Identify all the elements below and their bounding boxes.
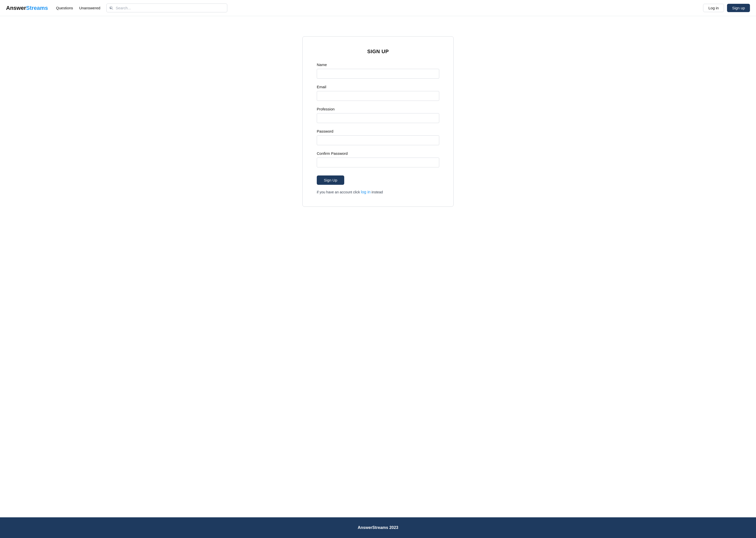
profession-label: Profession (317, 107, 439, 111)
email-label: Email (317, 85, 439, 89)
email-input[interactable] (317, 91, 439, 101)
footer-text: AnswerStreams 2023 (358, 525, 398, 530)
brand-answer: Answer (6, 5, 26, 11)
search-input[interactable] (106, 4, 227, 12)
search-icon: ● (109, 6, 112, 10)
name-group: Name (317, 63, 439, 79)
password-group: Password (317, 129, 439, 145)
email-group: Email (317, 85, 439, 101)
navbar-actions: Log in Sign up (703, 4, 750, 12)
brand-logo[interactable]: AnswerStreams (6, 5, 48, 11)
name-input[interactable] (317, 69, 439, 79)
footer: AnswerStreams 2023 (0, 517, 756, 538)
signup-form: Name Email Profession Password Confirm P… (317, 63, 439, 194)
nav-unanswered[interactable]: Unanswered (79, 6, 100, 10)
nav-questions[interactable]: Questions (56, 6, 73, 10)
navbar-nav: Questions Unanswered (56, 6, 100, 10)
login-prompt-text: if you have an account click (317, 190, 361, 194)
signup-nav-button[interactable]: Sign up (727, 4, 750, 12)
confirm-password-group: Confirm Password (317, 151, 439, 167)
signup-submit-button[interactable]: Sign Up (317, 176, 344, 185)
profession-group: Profession (317, 107, 439, 123)
login-link[interactable]: log in (361, 190, 371, 194)
confirm-password-label: Confirm Password (317, 151, 439, 156)
name-label: Name (317, 63, 439, 67)
signup-title: SIGN UP (317, 49, 439, 54)
login-button[interactable]: Log in (703, 4, 724, 12)
search-container: ● (106, 4, 227, 12)
navbar: AnswerStreams Questions Unanswered ● Log… (0, 0, 756, 16)
profession-input[interactable] (317, 113, 439, 123)
main-content: SIGN UP Name Email Profession Password C… (0, 16, 756, 517)
login-prompt: if you have an account click log in inst… (317, 190, 439, 194)
brand-streams: Streams (26, 5, 48, 11)
login-prompt-suffix: instead (371, 190, 383, 194)
password-input[interactable] (317, 135, 439, 145)
signup-card: SIGN UP Name Email Profession Password C… (302, 36, 454, 207)
confirm-password-input[interactable] (317, 158, 439, 167)
svg-line-1 (112, 9, 113, 10)
password-label: Password (317, 129, 439, 134)
